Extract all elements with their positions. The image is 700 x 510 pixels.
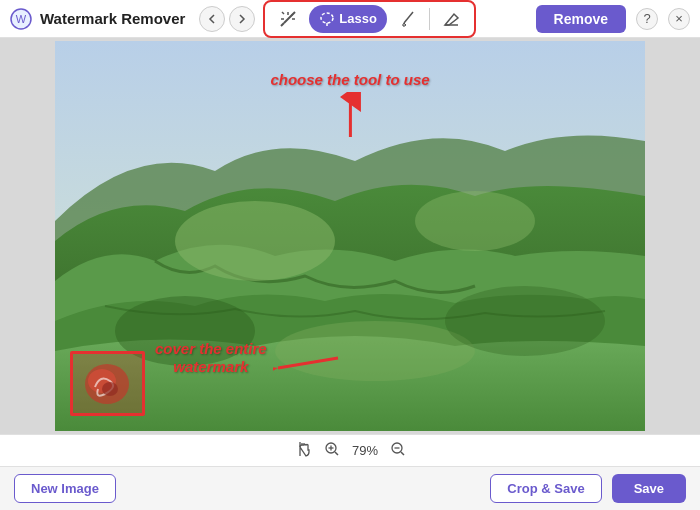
magic-wand-tool-button[interactable] bbox=[273, 5, 303, 33]
close-icon: × bbox=[675, 11, 683, 26]
brush-tool-button[interactable] bbox=[393, 5, 423, 33]
nav-back-button[interactable] bbox=[199, 6, 225, 32]
image-container: choose the tool to use bbox=[55, 41, 645, 431]
lasso-tool-button[interactable]: Lasso bbox=[309, 5, 387, 33]
close-button[interactable]: × bbox=[668, 8, 690, 30]
bottombar: New Image Crop & Save Save bbox=[0, 466, 700, 510]
crop-save-button[interactable]: Crop & Save bbox=[490, 474, 601, 503]
titlebar-right: Remove ? × bbox=[536, 5, 690, 33]
svg-point-9 bbox=[321, 13, 333, 23]
svg-point-15 bbox=[415, 191, 535, 251]
titlebar: W Watermark Remover bbox=[0, 0, 700, 38]
svg-line-30 bbox=[335, 452, 338, 455]
svg-line-5 bbox=[282, 12, 284, 14]
svg-line-8 bbox=[281, 23, 284, 26]
svg-line-7 bbox=[284, 12, 295, 23]
save-button[interactable]: Save bbox=[612, 474, 686, 503]
landscape-image bbox=[55, 41, 645, 431]
remove-button[interactable]: Remove bbox=[536, 5, 626, 33]
svg-point-14 bbox=[175, 201, 335, 281]
zoom-out-icon[interactable] bbox=[390, 441, 406, 461]
new-image-button[interactable]: New Image bbox=[14, 474, 116, 503]
nav-forward-button[interactable] bbox=[229, 6, 255, 32]
statusbar: 79% bbox=[0, 434, 700, 466]
toolbar-box: Lasso bbox=[263, 0, 476, 38]
help-icon: ? bbox=[643, 11, 650, 26]
svg-point-16 bbox=[275, 321, 475, 381]
help-button[interactable]: ? bbox=[636, 8, 658, 30]
svg-line-34 bbox=[401, 452, 404, 455]
svg-point-18 bbox=[445, 286, 605, 356]
nav-buttons bbox=[199, 6, 255, 32]
tool-divider bbox=[429, 8, 430, 30]
titlebar-left: W Watermark Remover bbox=[10, 0, 476, 38]
svg-text:W: W bbox=[16, 13, 27, 25]
app-title: Watermark Remover bbox=[40, 10, 185, 27]
erase-tool-button[interactable] bbox=[436, 5, 466, 33]
hand-tool-icon[interactable] bbox=[294, 440, 312, 462]
zoom-level: 79% bbox=[352, 443, 378, 458]
svg-point-17 bbox=[115, 296, 255, 366]
zoom-in-icon[interactable] bbox=[324, 441, 340, 461]
bottom-right-buttons: Crop & Save Save bbox=[490, 474, 686, 503]
app-logo-icon: W bbox=[10, 8, 32, 30]
svg-line-11 bbox=[404, 12, 413, 23]
canvas-area: choose the tool to use bbox=[0, 38, 700, 434]
lasso-label: Lasso bbox=[339, 11, 377, 26]
